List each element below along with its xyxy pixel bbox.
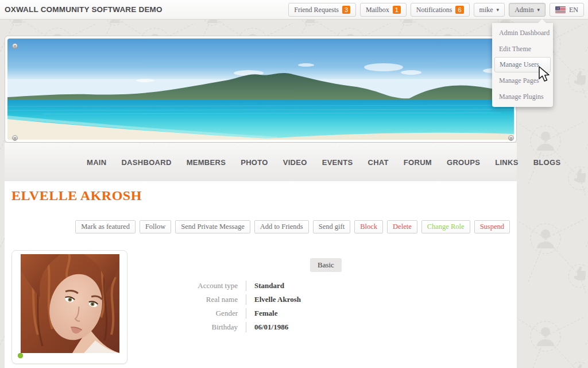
block-button[interactable]: Block (354, 220, 383, 233)
delete-button[interactable]: Delete (387, 220, 417, 233)
table-row: Gender Female (74, 306, 301, 320)
screw-icon (12, 43, 18, 49)
field-value: Elvelle Akrosh (246, 294, 301, 305)
language-button[interactable]: EN (550, 3, 584, 17)
user-menu-button[interactable]: mike ▾ (474, 3, 505, 17)
field-value: Female (246, 308, 277, 319)
send-gift-button[interactable]: Send gift (313, 220, 350, 233)
mouse-cursor-icon (537, 66, 551, 83)
suspend-button[interactable]: Suspend (474, 220, 510, 233)
nav-item-groups[interactable]: GROUPS (439, 158, 488, 167)
field-label: Birthday (74, 323, 246, 332)
friend-requests-badge: 3 (342, 6, 350, 14)
profile-content: ELVELLE AKROSH Mark as featured Follow S… (5, 181, 517, 368)
admin-dropdown-menu: Admin Dashboard Edit Theme Manage Users … (492, 23, 553, 107)
mailbox-badge: 1 (393, 6, 401, 14)
chevron-down-icon: ▾ (537, 7, 540, 13)
nav-item-members[interactable]: MEMBERS (179, 158, 234, 167)
table-row: Birthday 06/01/1986 (74, 320, 301, 334)
mark-as-featured-button[interactable]: Mark as featured (75, 220, 136, 233)
screw-icon (12, 135, 18, 141)
nav-item-chat[interactable]: CHAT (360, 158, 396, 167)
site-title: OXWALL COMMUNITY SOFTWARE DEMO (5, 5, 163, 14)
main-nav: MAIN DASHBOARD MEMBERS PHOTO VIDEO EVENT… (5, 143, 517, 181)
friend-requests-label: Friend Requests (294, 6, 339, 14)
admin-menu-button[interactable]: Admin ▾ (509, 3, 546, 17)
page-title: ELVELLE AKROSH (11, 188, 142, 204)
menu-item-edit-theme[interactable]: Edit Theme (492, 41, 553, 57)
field-value: 06/01/1986 (246, 322, 288, 332)
change-role-button[interactable]: Change Role (421, 220, 470, 233)
menu-item-admin-dashboard[interactable]: Admin Dashboard (492, 25, 553, 41)
profile-action-buttons: Mark as featured Follow Send Private Mes… (75, 220, 510, 233)
table-row: Account type Standard (74, 279, 301, 293)
tab-basic[interactable]: Basic (310, 258, 342, 272)
nav-item-forum[interactable]: FORUM (396, 158, 439, 167)
field-value: Standard (246, 281, 284, 291)
mailbox-label: Mailbox (366, 6, 389, 14)
topbar-actions: Friend Requests 3 Mailbox 1 Notification… (288, 3, 584, 17)
notifications-label: Notifications (416, 6, 452, 14)
follow-button[interactable]: Follow (140, 220, 171, 233)
mailbox-button[interactable]: Mailbox 1 (360, 3, 407, 17)
user-menu-label: mike (479, 6, 493, 14)
field-label: Gender (74, 309, 246, 318)
admin-menu-label: Admin (514, 6, 533, 14)
nav-item-video[interactable]: VIDEO (276, 158, 315, 167)
nav-item-blogs[interactable]: BLOGS (526, 158, 568, 167)
send-private-message-button[interactable]: Send Private Message (175, 220, 250, 233)
chevron-down-icon: ▾ (497, 7, 500, 13)
nav-item-events[interactable]: EVENTS (315, 158, 361, 167)
nav-item-main[interactable]: MAIN (79, 158, 114, 167)
notifications-badge: 6 (455, 6, 463, 14)
screw-icon (508, 135, 514, 141)
notifications-button[interactable]: Notifications 6 (411, 3, 470, 17)
menu-item-manage-plugins[interactable]: Manage Plugins (492, 89, 553, 105)
field-label: Real name (74, 295, 246, 304)
language-label: EN (569, 6, 578, 14)
beach-panorama-image (7, 39, 514, 140)
table-row: Real name Elvelle Akrosh (74, 293, 301, 306)
top-bar: OXWALL COMMUNITY SOFTWARE DEMO Friend Re… (0, 0, 588, 20)
field-label: Account type (74, 281, 246, 290)
profile-info-table: Account type Standard Real name Elvelle … (74, 279, 301, 334)
add-to-friends-button[interactable]: Add to Friends (254, 220, 309, 233)
nav-item-photo[interactable]: PHOTO (233, 158, 276, 167)
nav-item-links[interactable]: LINKS (488, 158, 526, 167)
cover-banner (5, 36, 517, 143)
online-status-dot (18, 353, 23, 358)
us-flag-icon (555, 6, 566, 13)
friend-requests-button[interactable]: Friend Requests 3 (288, 3, 356, 17)
nav-item-dashboard[interactable]: DASHBOARD (114, 158, 179, 167)
